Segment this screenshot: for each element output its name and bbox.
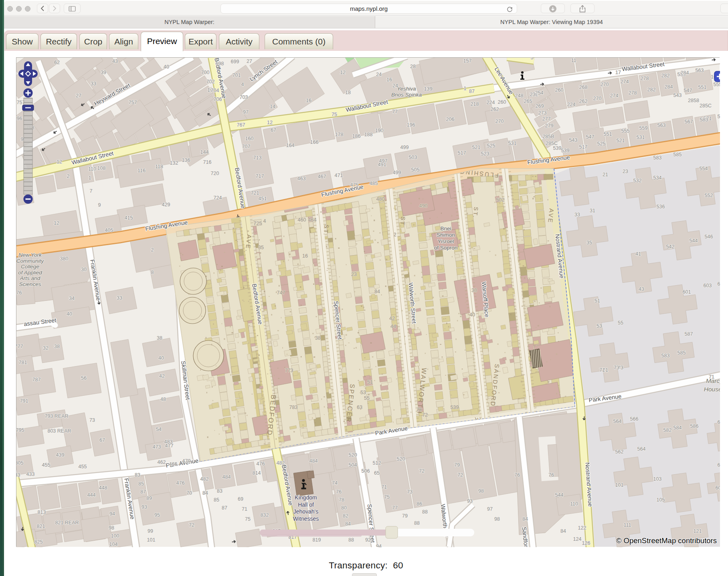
svg-text:566: 566 — [630, 416, 639, 422]
svg-text:42: 42 — [159, 373, 165, 379]
svg-text:76: 76 — [548, 472, 554, 478]
svg-text:85: 85 — [138, 481, 144, 487]
svg-text:476: 476 — [257, 461, 265, 467]
svg-text:Community: Community — [16, 258, 44, 264]
svg-text:554: 554 — [700, 166, 708, 171]
svg-text:563: 563 — [657, 123, 666, 128]
svg-text:87: 87 — [469, 89, 475, 94]
svg-text:583: 583 — [653, 155, 662, 161]
svg-text:83: 83 — [217, 488, 222, 494]
svg-text:132: 132 — [170, 160, 178, 166]
svg-text:821: 821 — [37, 524, 45, 529]
svg-text:99: 99 — [148, 528, 153, 534]
svg-text:278: 278 — [641, 76, 649, 81]
svg-text:23: 23 — [351, 272, 357, 277]
svg-text:11: 11 — [571, 58, 576, 63]
svg-text:539: 539 — [561, 148, 570, 153]
svg-text:464: 464 — [308, 217, 317, 223]
svg-text:415: 415 — [125, 215, 133, 221]
svg-text:813: 813 — [38, 510, 46, 515]
svg-text:724: 724 — [214, 195, 222, 201]
svg-text:27: 27 — [76, 93, 81, 99]
svg-text:504: 504 — [349, 462, 357, 468]
svg-text:482: 482 — [200, 476, 209, 482]
svg-text:546: 546 — [705, 234, 713, 240]
svg-text:Jehovah's: Jehovah's — [293, 508, 319, 515]
svg-text:94: 94 — [109, 511, 115, 517]
svg-text:787: 787 — [32, 377, 41, 383]
svg-text:564: 564 — [613, 419, 622, 424]
svg-text:88: 88 — [414, 520, 420, 526]
svg-text:71: 71 — [381, 484, 387, 490]
svg-text:463: 463 — [297, 176, 306, 181]
svg-text:551: 551 — [698, 85, 707, 90]
svg-text:12: 12 — [267, 120, 273, 125]
svg-text:803 REAR: 803 REAR — [47, 428, 71, 434]
svg-text:284: 284 — [665, 84, 673, 90]
svg-text:124: 124 — [573, 536, 582, 542]
svg-text:43: 43 — [112, 58, 118, 64]
svg-text:5: 5 — [531, 58, 534, 60]
svg-text:12: 12 — [57, 159, 62, 165]
svg-text:89: 89 — [146, 495, 152, 501]
svg-text:525: 525 — [487, 143, 495, 149]
svg-text:796: 796 — [16, 116, 22, 121]
svg-text:559: 559 — [639, 125, 648, 131]
svg-text:476: 476 — [176, 480, 185, 486]
svg-text:562: 562 — [615, 449, 624, 455]
svg-text:82: 82 — [343, 513, 348, 519]
svg-text:41: 41 — [635, 251, 641, 257]
svg-text:471: 471 — [335, 173, 343, 178]
svg-text:525: 525 — [597, 141, 606, 147]
svg-text:Witnesses: Witnesses — [293, 516, 319, 522]
svg-text:9: 9 — [553, 58, 556, 58]
svg-text:Shimon: Shimon — [437, 232, 455, 238]
svg-text:166: 166 — [310, 139, 319, 145]
svg-text:587: 587 — [718, 114, 720, 119]
svg-text:121: 121 — [694, 528, 702, 534]
svg-text:832: 832 — [261, 512, 269, 518]
svg-text:543: 543 — [569, 137, 578, 143]
svg-text:455: 455 — [42, 462, 51, 468]
svg-text:164: 164 — [286, 143, 295, 148]
svg-text:531: 531 — [508, 141, 517, 146]
svg-text:282: 282 — [647, 87, 656, 93]
svg-text:455: 455 — [79, 464, 87, 469]
svg-text:84: 84 — [522, 516, 528, 522]
svg-text:136: 136 — [182, 157, 190, 163]
svg-text:564: 564 — [637, 446, 646, 452]
svg-text:126: 126 — [582, 540, 590, 546]
svg-text:603: 603 — [704, 283, 712, 288]
svg-text:585: 585 — [677, 350, 686, 356]
svg-text:278: 278 — [629, 90, 637, 96]
svg-text:2: 2 — [151, 247, 154, 253]
svg-text:602: 602 — [718, 419, 720, 425]
svg-text:555: 555 — [621, 128, 630, 134]
svg-text:23: 23 — [623, 169, 628, 174]
svg-text:88: 88 — [422, 509, 428, 515]
svg-text:97: 97 — [243, 109, 249, 115]
svg-text:584: 584 — [673, 425, 682, 431]
svg-text:707: 707 — [242, 144, 251, 149]
svg-text:717: 717 — [256, 173, 264, 179]
svg-text:254: 254 — [535, 90, 544, 96]
svg-text:285C: 285C — [700, 103, 712, 109]
svg-text:86: 86 — [417, 501, 422, 507]
svg-text:97: 97 — [487, 506, 493, 512]
svg-text:40: 40 — [164, 64, 169, 70]
svg-text:224: 224 — [567, 102, 576, 107]
svg-text:484: 484 — [309, 458, 318, 464]
svg-text:43: 43 — [639, 286, 644, 292]
svg-text:65: 65 — [374, 470, 380, 476]
svg-text:482: 482 — [277, 460, 285, 466]
svg-text:485: 485 — [370, 181, 378, 186]
svg-text:35: 35 — [586, 240, 592, 246]
svg-text:39: 39 — [101, 70, 106, 75]
svg-text:451: 451 — [259, 196, 267, 201]
svg-text:274: 274 — [621, 79, 629, 85]
svg-text:567: 567 — [685, 119, 693, 125]
svg-text:69: 69 — [238, 496, 243, 502]
svg-text:696: 696 — [211, 58, 219, 58]
svg-text:544: 544 — [690, 238, 698, 244]
svg-text:720: 720 — [211, 171, 219, 176]
